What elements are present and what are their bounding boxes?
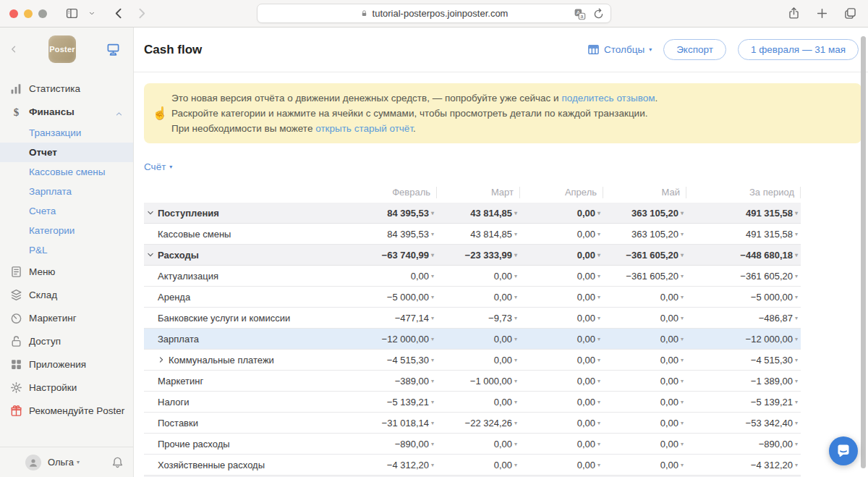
amount-cell[interactable]: 0,00▾: [520, 355, 603, 366]
amount-cell[interactable]: 491 315,58▾: [686, 229, 801, 240]
amount-cell[interactable]: 0,00▾: [437, 460, 520, 470]
amount-cell[interactable]: 0,00▾: [520, 229, 603, 240]
amount-cell[interactable]: −9,73▾: [437, 313, 520, 324]
vertical-scrollbar[interactable]: [861, 36, 866, 468]
reload-icon[interactable]: [592, 8, 605, 20]
amount-cell[interactable]: −361 605,20▾: [686, 271, 801, 282]
amount-cell[interactable]: −361 605,20▾: [603, 250, 686, 261]
amount-cell[interactable]: −12 000,00▾: [354, 334, 437, 345]
amount-cell[interactable]: −22 324,26▾: [437, 418, 520, 429]
collapse-sidebar-button[interactable]: [9, 44, 18, 54]
share-feedback-link[interactable]: поделитесь отзывом: [561, 93, 655, 104]
table-row[interactable]: Актуализация0,00▾0,00▾0,00▾−361 605,20▾−…: [144, 266, 801, 287]
amount-cell[interactable]: −31 018,14▾: [354, 418, 437, 429]
row-label-cell[interactable]: Расходы: [144, 250, 354, 261]
amount-cell[interactable]: −1 000,00▾: [437, 376, 520, 387]
amount-cell[interactable]: −5 139,21▾: [354, 397, 437, 408]
close-window-button[interactable]: [9, 9, 18, 18]
sidebar-options-chevron-icon[interactable]: [88, 7, 95, 20]
table-row[interactable]: Прочие расходы−890,00▾0,00▾0,00▾0,00▾−89…: [144, 434, 801, 455]
amount-cell[interactable]: −890,00▾: [354, 439, 437, 449]
columns-dropdown[interactable]: Столбцы ▾: [587, 43, 652, 56]
sidebar-item-payroll[interactable]: Зарплата: [0, 182, 133, 201]
amount-cell[interactable]: −486,87▾: [686, 313, 801, 324]
amount-cell[interactable]: 0,00▾: [603, 355, 686, 366]
sidebar-item-menu[interactable]: Меню: [0, 260, 133, 283]
sidebar-item-accounts[interactable]: Счета: [0, 201, 133, 221]
amount-cell[interactable]: 0,00▾: [520, 292, 603, 303]
amount-cell[interactable]: −1 389,00▾: [686, 376, 801, 387]
new-tab-icon[interactable]: [816, 7, 828, 20]
amount-cell[interactable]: 0,00▾: [437, 292, 520, 303]
sidebar-item-recommend-poster[interactable]: Рекомендуйте Poster: [0, 399, 133, 422]
sidebar-item-applications[interactable]: Приложения: [0, 353, 133, 376]
sidebar-item-statistics[interactable]: Статистика: [0, 77, 133, 100]
amount-cell[interactable]: 0,00▾: [603, 292, 686, 303]
amount-cell[interactable]: 491 315,58▾: [686, 208, 801, 219]
zoom-window-button[interactable]: [38, 9, 47, 18]
sidebar-item-report[interactable]: Отчет: [0, 143, 133, 162]
amount-cell[interactable]: −5 000,00▾: [686, 292, 801, 303]
amount-cell[interactable]: 0,00▾: [354, 271, 437, 282]
amount-cell[interactable]: 43 814,85▾: [437, 229, 520, 240]
amount-cell[interactable]: −23 333,99▾: [437, 250, 520, 261]
amount-cell[interactable]: −361 605,20▾: [603, 271, 686, 282]
row-label-cell[interactable]: Коммунальные платежи: [144, 355, 354, 366]
avatar[interactable]: [25, 455, 41, 470]
amount-cell[interactable]: 0,00▾: [520, 439, 603, 449]
user-name[interactable]: Ольга: [48, 457, 74, 468]
amount-cell[interactable]: −63 740,99▾: [354, 250, 437, 261]
notifications-bell-icon[interactable]: [111, 456, 124, 468]
pos-terminal-icon[interactable]: [106, 43, 120, 56]
amount-cell[interactable]: 0,00▾: [520, 397, 603, 408]
amount-cell[interactable]: 0,00▾: [520, 313, 603, 324]
amount-cell[interactable]: 84 395,53▾: [354, 208, 437, 219]
amount-cell[interactable]: 0,00▾: [603, 397, 686, 408]
export-button[interactable]: Экспорт: [663, 39, 726, 60]
amount-cell[interactable]: 0,00▾: [437, 439, 520, 449]
amount-cell[interactable]: 0,00▾: [603, 334, 686, 345]
amount-cell[interactable]: 0,00▾: [603, 376, 686, 387]
browser-forward-button[interactable]: [135, 7, 148, 20]
sidebar-item-cash-shifts[interactable]: Кассовые смены: [0, 162, 133, 182]
sidebar-item-settings[interactable]: Настройки: [0, 376, 133, 399]
amount-cell[interactable]: 43 814,85▾: [437, 208, 520, 219]
amount-cell[interactable]: −389,00▾: [354, 376, 437, 387]
table-row[interactable]: Маркетинг−389,00▾−1 000,00▾0,00▾0,00▾−1 …: [144, 371, 801, 392]
amount-cell[interactable]: 0,00▾: [437, 271, 520, 282]
amount-cell[interactable]: 363 105,20▾: [603, 208, 686, 219]
amount-cell[interactable]: 0,00▾: [437, 334, 520, 345]
browser-back-button[interactable]: [113, 7, 125, 20]
amount-cell[interactable]: 0,00▾: [603, 313, 686, 324]
table-row[interactable]: Аренда−5 000,00▾0,00▾0,00▾0,00▾−5 000,00…: [144, 287, 801, 308]
table-row[interactable]: Налоги−5 139,21▾0,00▾0,00▾0,00▾−5 139,21…: [144, 392, 801, 413]
tab-overview-icon[interactable]: [844, 7, 856, 20]
share-icon[interactable]: [788, 7, 800, 20]
amount-cell[interactable]: 0,00▾: [520, 271, 603, 282]
date-range-button[interactable]: 1 февраля — 31 мая: [738, 39, 859, 60]
minimize-window-button[interactable]: [24, 9, 33, 18]
row-label-cell[interactable]: Поступления: [144, 208, 354, 219]
translate-icon[interactable]: Aa: [574, 8, 586, 20]
amount-cell[interactable]: 0,00▾: [520, 208, 603, 219]
amount-cell[interactable]: 0,00▾: [520, 250, 603, 261]
poster-logo[interactable]: Poster: [48, 35, 76, 63]
table-row[interactable]: Банковские услуги и комиссии−477,14▾−9,7…: [144, 308, 801, 329]
amount-cell[interactable]: −890,00▾: [686, 439, 801, 449]
amount-cell[interactable]: 0,00▾: [603, 460, 686, 470]
amount-cell[interactable]: 0,00▾: [520, 460, 603, 470]
amount-cell[interactable]: −448 680,18▾: [686, 250, 801, 261]
amount-cell[interactable]: −53 342,40▾: [686, 418, 801, 429]
table-row[interactable]: Расходы−63 740,99▾−23 333,99▾0,00▾−361 6…: [144, 245, 801, 266]
amount-cell[interactable]: −5 139,21▾: [686, 397, 801, 408]
amount-cell[interactable]: −4 515,30▾: [354, 355, 437, 366]
browser-sidebar-toggle-icon[interactable]: [66, 7, 78, 20]
table-row[interactable]: Кассовые смены84 395,53▾43 814,85▾0,00▾3…: [144, 224, 801, 245]
sidebar-item-inventory[interactable]: Склад: [0, 283, 133, 306]
amount-cell[interactable]: 0,00▾: [520, 418, 603, 429]
amount-cell[interactable]: 0,00▾: [520, 334, 603, 345]
amount-cell[interactable]: −477,14▾: [354, 313, 437, 324]
open-old-report-link[interactable]: открыть старый отчёт: [315, 123, 413, 134]
sidebar-item-categories[interactable]: Категории: [0, 221, 133, 240]
amount-cell[interactable]: −4 312,20▾: [686, 460, 801, 470]
